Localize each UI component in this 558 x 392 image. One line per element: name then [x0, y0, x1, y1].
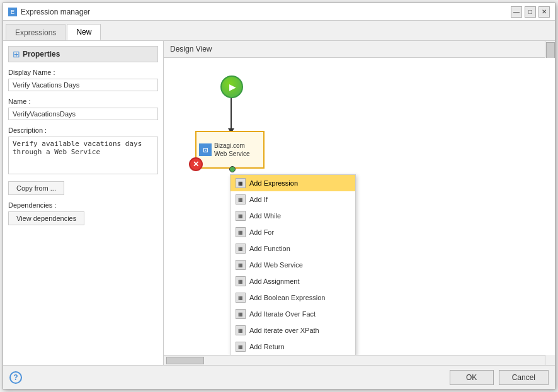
footer-buttons: OK Cancel: [450, 370, 549, 385]
ctx-add-iterate-fact[interactable]: ▦ Add Iterate Over Fact: [231, 306, 355, 322]
description-group: Description : Verify available vacations…: [8, 126, 158, 195]
properties-title: Properties: [23, 50, 60, 59]
ok-button[interactable]: OK: [450, 370, 494, 385]
ctx-add-if[interactable]: ▦ Add If: [231, 191, 355, 208]
properties-icon: ⊞: [13, 49, 20, 59]
expression-manager-window: E Expression manager — □ ✕ Expressions N…: [3, 3, 555, 389]
main-content: ⊞ Properties Display Name : Name : Descr…: [3, 41, 555, 365]
window-title: Expression manager: [21, 8, 90, 16]
copy-from-button[interactable]: Copy from ...: [8, 181, 64, 195]
description-label: Description :: [8, 126, 158, 134]
dependencies-label: Dependencies :: [8, 201, 158, 209]
ctx-add-boolean-icon: ▦: [236, 293, 246, 303]
display-name-group: Display Name :: [8, 69, 158, 91]
title-controls: — □ ✕: [511, 6, 550, 18]
ctx-add-function[interactable]: ▦ Add Function: [231, 240, 355, 257]
minimize-button[interactable]: —: [511, 6, 522, 18]
name-input[interactable]: [8, 108, 158, 120]
design-canvas[interactable]: ⊡ Bizagi.comWeb Service ✕ ▦ Add Expressi…: [164, 58, 555, 355]
tab-expressions[interactable]: Expressions: [6, 24, 65, 40]
context-menu: ▦ Add Expression ▦ Add If ▦ Add While: [230, 174, 356, 355]
display-name-input[interactable]: [8, 79, 158, 91]
view-dependencies-button[interactable]: View dependencies: [8, 211, 84, 225]
arrow-down: [231, 98, 232, 133]
canvas-inner: ⊡ Bizagi.comWeb Service ✕ ▦ Add Expressi…: [164, 58, 555, 355]
left-panel: ⊞ Properties Display Name : Name : Descr…: [3, 41, 164, 365]
ws-node-icon: ⊡: [199, 143, 212, 156]
web-service-node[interactable]: ⊡ Bizagi.comWeb Service: [195, 131, 265, 169]
display-name-label: Display Name :: [8, 69, 158, 76]
ctx-add-function-icon: ▦: [236, 244, 246, 254]
ctx-add-assignment[interactable]: ▦ Add Assignment: [231, 273, 355, 289]
ctx-add-return[interactable]: ▦ Add Return: [231, 339, 355, 355]
ctx-add-webservice-icon: ▦: [236, 260, 246, 270]
footer: ? OK Cancel: [3, 365, 555, 389]
ctx-add-for[interactable]: ▦ Add For: [231, 224, 355, 240]
maximize-button[interactable]: □: [525, 6, 536, 18]
hscroll-thumb[interactable]: [166, 357, 204, 364]
footer-left: ?: [9, 371, 22, 384]
error-indicator: ✕: [189, 157, 203, 171]
ctx-add-while-icon: ▦: [236, 211, 246, 221]
ws-connector[interactable]: [229, 166, 236, 172]
ctx-add-if-icon: ▦: [236, 194, 246, 204]
help-button[interactable]: ?: [9, 371, 22, 384]
ctx-add-iterate-xpath[interactable]: ▦ Add iterate over XPath: [231, 322, 355, 339]
window-icon: E: [8, 8, 17, 16]
cancel-button[interactable]: Cancel: [499, 370, 549, 385]
ctx-add-iterate-xpath-icon: ▦: [236, 325, 246, 335]
ctx-add-expression-icon: ▦: [236, 178, 246, 188]
design-view-header: Design View: [164, 41, 555, 58]
tab-new[interactable]: New: [67, 24, 101, 40]
ws-node-label: Bizagi.comWeb Service: [214, 142, 250, 158]
ctx-add-return-icon: ▦: [236, 342, 246, 352]
ctx-add-webservice[interactable]: ▦ Add Web Service: [231, 257, 355, 273]
tabs-bar: Expressions New: [3, 21, 555, 41]
ctx-add-while[interactable]: ▦ Add While: [231, 208, 355, 224]
ctx-add-assignment-icon: ▦: [236, 276, 246, 286]
dependencies-group: Dependencies : View dependencies: [8, 201, 158, 225]
right-panel: Design View ⊡ Bizagi.comWeb Ser: [164, 41, 555, 365]
properties-header: ⊞ Properties: [8, 46, 158, 62]
ctx-add-expression[interactable]: ▦ Add Expression: [231, 175, 355, 191]
name-label: Name :: [8, 98, 158, 105]
title-bar: E Expression manager — □ ✕: [3, 3, 555, 21]
close-button[interactable]: ✕: [538, 6, 550, 18]
ctx-add-iterate-fact-icon: ▦: [236, 309, 246, 319]
ctx-add-boolean[interactable]: ▦ Add Boolean Expression: [231, 289, 355, 306]
horizontal-scrollbar[interactable]: [164, 355, 555, 365]
title-bar-left: E Expression manager: [8, 8, 90, 16]
description-input[interactable]: Verify available vacations days through …: [8, 137, 158, 174]
start-node[interactable]: [220, 76, 243, 98]
ctx-add-for-icon: ▦: [236, 227, 246, 237]
name-group: Name :: [8, 98, 158, 120]
